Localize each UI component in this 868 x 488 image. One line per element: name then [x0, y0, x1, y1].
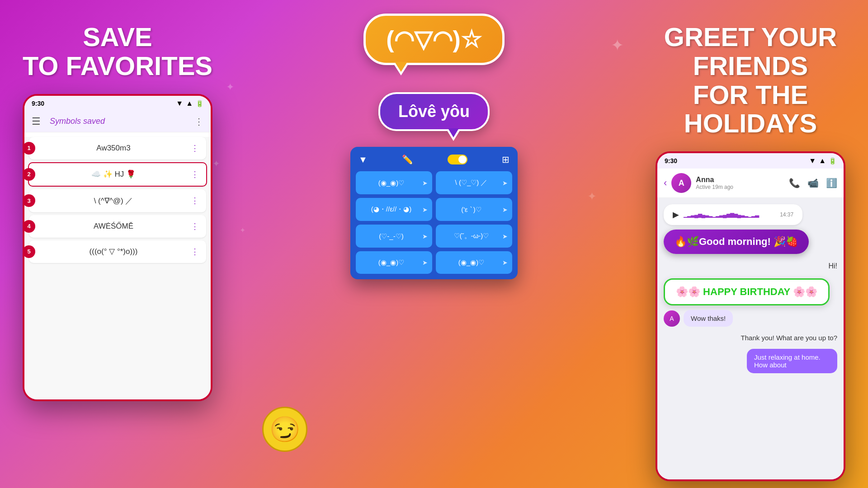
list-item[interactable]: 1 Aw350m3 ⋮ [29, 137, 206, 160]
left-title-line2: to favorites [23, 51, 212, 80]
waveform: ▁▂▃▄▅▄▃▂▁▂▃▄▅▆▅▄▃▂▁▂▃ [684, 211, 775, 218]
more-options-icon[interactable]: ⋮ [194, 116, 203, 127]
left-toolbar: ☰ Symbols saved ⋮ [24, 111, 211, 132]
video-icon[interactable]: 📹 [807, 178, 819, 188]
hi-text: Hi! [828, 262, 837, 270]
play-button[interactable]: ▶ [673, 210, 679, 220]
send-icon: ➤ [422, 233, 428, 240]
list-item[interactable]: 2 ☁️ ✨ HJ 🌹 ⋮ [28, 162, 207, 187]
just-relaxing-text: Just relaxing at home. How about [754, 353, 821, 369]
item-number: 4 [23, 220, 35, 233]
list-item[interactable]: 5 (((o(° ▽ °*)o))) ⋮ [29, 240, 206, 263]
item-text: Aw350m3 [36, 144, 191, 153]
key-text: \ (♡_♡) ／ [440, 178, 502, 187]
kaomoji-bubble: (◠▽◠)☆ [363, 14, 505, 65]
key-7[interactable]: (◉_◉)♡ ➤ [356, 251, 432, 274]
saved-list: 1 Aw350m3 ⋮ 2 ☁️ ✨ HJ 🌹 ⋮ 3 \ (^∇^@) ／ ⋮ [24, 137, 211, 401]
keyboard-panel: ▼ ✏️ ⊞ (◉_◉)♡ ➤ \ (♡_♡) ／ ➤ (◕・//ε//・◕) … [350, 147, 518, 279]
dropdown-icon[interactable]: ▼ [359, 155, 368, 165]
key-6[interactable]: ♡(˘。-ω-)♡ ➤ [436, 225, 512, 248]
call-icon[interactable]: 📞 [789, 178, 800, 188]
love-you-text: Lôvê yôu [398, 102, 470, 121]
send-icon: ➤ [502, 179, 508, 187]
send-icon: ➤ [422, 206, 428, 213]
item-text: (((o(° ▽ °*)o))) [36, 247, 191, 256]
item-more-icon[interactable]: ⋮ [191, 143, 199, 153]
left-title: SAVE to favorites [23, 23, 212, 80]
key-5[interactable]: (♡-_-♡) ➤ [356, 225, 432, 248]
keyboard-toolbar: ▼ ✏️ ⊞ [356, 152, 512, 167]
right-status-bar: 9:30 ▼ ▲ 🔋 [657, 153, 844, 169]
item-more-icon[interactable]: ⋮ [191, 221, 199, 231]
item-more-icon[interactable]: ⋮ [191, 169, 199, 179]
key-3[interactable]: (◕・//ε//・◕) ➤ [356, 198, 432, 221]
key-text: ♡(˘。-ω-)♡ [440, 232, 502, 240]
key-text: (◕・//ε//・◕) [360, 205, 422, 214]
contact-info: Anna Active 19m ago [696, 176, 784, 190]
item-more-icon[interactable]: ⋮ [191, 196, 199, 206]
battery-icon: 🔋 [196, 100, 203, 107]
wow-thanks-bubble: A Wow thaks! [664, 310, 733, 327]
toggle-switch[interactable] [448, 155, 467, 164]
main-container: SAVE to favorites 9:30 ▼ ▲ 🔋 ☰ Symbols s… [0, 0, 868, 488]
kaomoji-text: (◠▽◠)☆ [386, 26, 482, 52]
left-section: SAVE to favorites 9:30 ▼ ▲ 🔋 ☰ Symbols s… [0, 0, 235, 488]
toolbar-title: Symbols saved [50, 117, 194, 126]
battery-icon: 🔋 [829, 157, 836, 164]
hi-message: Hi! [828, 258, 837, 274]
contact-status: Active 19m ago [696, 184, 784, 190]
key-text: ('ε ˋ)♡ [440, 206, 502, 214]
send-icon: ➤ [422, 259, 428, 266]
item-number: 1 [23, 142, 35, 155]
center-section: (◠▽◠)☆ Lôvê yôu ▼ ✏️ ⊞ (◉_◉)♡ ➤ \ (♡_♡) … [235, 0, 633, 488]
right-title: GREET your friends for the holidays [633, 23, 868, 138]
signal-icon: ▲ [819, 157, 826, 165]
smiley-face: 😏 [262, 407, 307, 452]
item-text: ☁️ ✨ HJ 🌹 [36, 169, 191, 179]
left-title-line1: SAVE [83, 22, 152, 52]
thank-you-text: Thank you! What are you up to? [741, 334, 837, 342]
menu-icon[interactable]: ☰ [32, 116, 41, 127]
contact-name: Anna [696, 176, 784, 184]
signal-icon: ▲ [186, 99, 193, 108]
voice-message: ▶ ▁▂▃▄▅▄▃▂▁▂▃▄▅▆▅▄▃▂▁▂▃ 14:37 [664, 204, 802, 225]
right-phone: 9:30 ▼ ▲ 🔋 ‹ A Anna Active 19m ago 📞 📹 [656, 151, 845, 481]
list-item[interactable]: 4 AWĖŚŐMĚ ⋮ [29, 215, 206, 238]
item-number: 2 [23, 168, 35, 181]
thank-you-message: Thank you! What are you up to? [741, 331, 837, 344]
header-actions: 📞 📹 ℹ️ [789, 178, 837, 188]
chat-header: ‹ A Anna Active 19m ago 📞 📹 ℹ️ [657, 169, 844, 198]
smiley-decoration: 😏 [262, 407, 307, 452]
send-icon: ➤ [502, 259, 508, 266]
right-section: GREET your friends for the holidays 9:30… [633, 0, 868, 488]
key-text: (◉_◉)♡ [440, 258, 502, 267]
key-8[interactable]: (◉_◉)♡ ➤ [436, 251, 512, 274]
wifi-icon: ▼ [176, 99, 183, 108]
sender-avatar: A [664, 310, 680, 327]
item-number: 5 [23, 245, 35, 258]
status-icons: ▼ ▲ 🔋 [809, 157, 836, 165]
status-icons: ▼ ▲ 🔋 [176, 99, 203, 108]
avatar: A [671, 173, 691, 193]
item-more-icon[interactable]: ⋮ [191, 247, 199, 257]
key-text: (◉_◉)♡ [360, 258, 422, 267]
list-item[interactable]: 3 \ (^∇^@) ／ ⋮ [29, 189, 206, 212]
back-button[interactable]: ‹ [664, 177, 667, 189]
key-1[interactable]: (◉_◉)♡ ➤ [356, 171, 432, 194]
edit-icon[interactable]: ✏️ [402, 154, 413, 165]
info-icon[interactable]: ℹ️ [826, 178, 837, 188]
key-4[interactable]: ('ε ˋ)♡ ➤ [436, 198, 512, 221]
key-text: (♡-_-♡) [360, 232, 422, 240]
chat-messages: ▶ ▁▂▃▄▅▄▃▂▁▂▃▄▅▆▅▄▃▂▁▂▃ 14:37 🔥🌿Good mor… [657, 198, 844, 479]
just-relaxing-bubble: Just relaxing at home. How about [747, 349, 837, 373]
item-number: 3 [23, 194, 35, 207]
left-phone: 9:30 ▼ ▲ 🔋 ☰ Symbols saved ⋮ 1 Aw350m3 [23, 94, 212, 401]
good-morning-text: 🔥🌿Good morning! 🎉🍓 [675, 236, 798, 247]
key-2[interactable]: \ (♡_♡) ／ ➤ [436, 171, 512, 194]
birthday-bubble: 🌸🌸 HAPPY BIRTHDAY 🌸🌸 [664, 278, 830, 305]
expand-icon[interactable]: ⊞ [502, 154, 509, 165]
wow-thanks-text: Wow thaks! [684, 310, 733, 327]
good-morning-bubble: 🔥🌿Good morning! 🎉🍓 [664, 230, 809, 254]
right-title-line1: GREET your friends [664, 22, 837, 80]
wifi-icon: ▼ [809, 157, 816, 165]
